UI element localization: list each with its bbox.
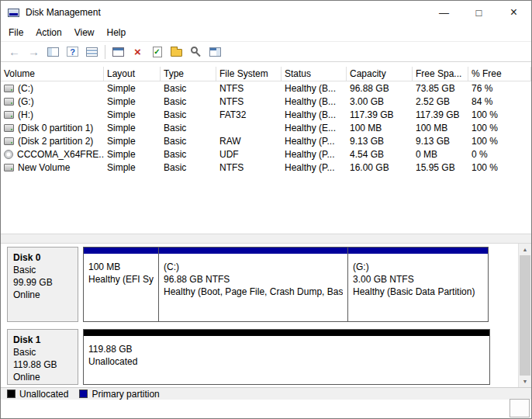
- cd-icon: [4, 150, 13, 159]
- cell-type: Basic: [161, 83, 216, 94]
- cell-layout: Simple: [104, 109, 161, 120]
- col-pctfree[interactable]: % Free: [468, 67, 531, 81]
- scroll-corner: [510, 399, 530, 417]
- menu-view[interactable]: View: [68, 25, 101, 41]
- cell-type: Basic: [161, 149, 216, 160]
- cell-capacity: 96.88 GB: [347, 83, 413, 94]
- col-status[interactable]: Status: [282, 67, 347, 81]
- partition-stripe: [348, 248, 488, 254]
- cell-layout: Simple: [104, 162, 161, 173]
- cell-capacity: 4.54 GB: [347, 149, 413, 160]
- menu-action[interactable]: Action: [29, 25, 67, 41]
- cell-status: Healthy (B...: [282, 96, 347, 107]
- volume-row[interactable]: (Disk 2 partition 2) Simple Basic RAW He…: [1, 134, 531, 147]
- volume-row[interactable]: (Disk 0 partition 1) Simple Basic Health…: [1, 121, 531, 134]
- col-filesystem[interactable]: File System: [216, 67, 282, 81]
- cell-free: 117.39 GB: [413, 109, 468, 120]
- partition-c[interactable]: (C:) 96.88 GB NTFS Healthy (Boot, Page F…: [158, 247, 348, 322]
- disk-status: Online: [13, 289, 72, 301]
- partition-size: 119.88 GB: [88, 343, 485, 355]
- find-icon[interactable]: [187, 43, 205, 61]
- scrollbar-thumb[interactable]: [520, 255, 530, 376]
- volume-row[interactable]: CCCOMA_X64FRE... Simple Basic UDF Health…: [1, 147, 531, 161]
- cell-free: 73.85 GB: [413, 83, 468, 94]
- disk1-label[interactable]: Disk 1 Basic 119.88 GB Online: [7, 329, 78, 385]
- partition-stripe: [159, 248, 347, 254]
- col-volume[interactable]: Volume: [1, 67, 104, 81]
- toolbar-separator: [105, 45, 105, 59]
- volume-row[interactable]: (H:) Simple Basic FAT32 Healthy (B... 11…: [1, 108, 531, 121]
- partition-unallocated[interactable]: 119.88 GB Unallocated: [83, 329, 490, 385]
- menu-file[interactable]: File: [2, 25, 29, 41]
- col-capacity[interactable]: Capacity: [347, 67, 413, 81]
- cell-layout: Simple: [104, 83, 161, 94]
- delete-volume-icon[interactable]: ×: [129, 43, 147, 61]
- drive-icon: [4, 124, 14, 132]
- scroll-up-icon[interactable]: ▲: [519, 244, 531, 255]
- disk0-label[interactable]: Disk 0 Basic 99.99 GB Online: [7, 247, 78, 322]
- cell-free: 2.52 GB: [413, 96, 468, 107]
- partition-status: Healthy (Basic Data Partition): [353, 286, 483, 298]
- legend-bar: Unallocated Primary partition: [1, 387, 531, 400]
- maximize-button[interactable]: □: [461, 1, 496, 24]
- disk0-partitions: 100 MB Healthy (EFI Sys (C:) 96.88 GB NT…: [83, 247, 489, 322]
- action-pane-glyph: [112, 47, 124, 57]
- cell-layout: Simple: [104, 136, 161, 147]
- col-layout[interactable]: Layout: [104, 67, 161, 81]
- volume-name: (Disk 0 partition 1): [18, 123, 93, 133]
- col-freespace[interactable]: Free Spa...: [413, 67, 468, 81]
- disk-status: Online: [13, 371, 72, 383]
- minimize-button[interactable]: —: [427, 1, 461, 24]
- disk-type: Basic: [13, 346, 72, 358]
- partition-text: 119.88 GB Unallocated: [84, 336, 489, 368]
- fields-icon[interactable]: [206, 43, 224, 61]
- partition-g[interactable]: (G:) 3.00 GB NTFS Healthy (Basic Data Pa…: [347, 247, 489, 322]
- drive-icon: [4, 98, 14, 106]
- help-icon[interactable]: ?: [64, 43, 81, 61]
- cell-free: 0 MB: [413, 149, 468, 160]
- disk1-partitions: 119.88 GB Unallocated: [83, 329, 490, 385]
- partition-size: 100 MB: [88, 261, 154, 273]
- disk-area: Disk 0 Basic 99.99 GB Online 100 MB Heal…: [1, 244, 518, 387]
- export-list-icon[interactable]: [83, 43, 101, 61]
- forward-icon[interactable]: →: [25, 43, 43, 61]
- scroll-down-icon[interactable]: ▼: [519, 376, 531, 387]
- pane-splitter[interactable]: [1, 234, 531, 244]
- cell-fs: NTFS: [216, 162, 282, 173]
- legend-label: Primary partition: [92, 389, 159, 400]
- disk-row-1: Disk 1 Basic 119.88 GB Online 119.88 GB …: [7, 329, 518, 385]
- cell-status: Healthy (P...: [282, 136, 347, 147]
- partition-status: Healthy (EFI Sys: [88, 273, 154, 286]
- cell-fs: UDF: [216, 149, 282, 160]
- close-button[interactable]: ×: [496, 1, 531, 24]
- fields-glyph: [209, 47, 221, 57]
- menu-bar: File Action View Help: [1, 24, 531, 41]
- partition-text: 100 MB Healthy (EFI Sys: [84, 254, 158, 286]
- disk-management-window: Disk Management — □ × File Action View H…: [0, 0, 532, 419]
- cell-fs: FAT32: [216, 109, 282, 120]
- console-tree-icon[interactable]: [44, 43, 62, 61]
- col-type[interactable]: Type: [161, 67, 216, 81]
- volume-row[interactable]: New Volume Simple Basic NTFS Healthy (P.…: [1, 161, 531, 174]
- action-pane-icon[interactable]: [109, 43, 127, 61]
- volume-name: (C:): [18, 83, 33, 94]
- cell-status: Healthy (P...: [282, 162, 347, 173]
- title-bar: Disk Management — □ ×: [1, 1, 531, 24]
- legend-unallocated: Unallocated: [7, 389, 68, 400]
- magnifier-glyph: [191, 47, 198, 54]
- bottom-strip: [1, 400, 531, 418]
- legend-label: Unallocated: [19, 389, 68, 400]
- cell-free: 100 MB: [413, 123, 468, 133]
- menu-help[interactable]: Help: [101, 25, 133, 41]
- volume-row[interactable]: (C:) Simple Basic NTFS Healthy (B... 96.…: [1, 81, 531, 95]
- open-icon[interactable]: [168, 43, 185, 61]
- partition-efi[interactable]: 100 MB Healthy (EFI Sys: [83, 247, 159, 322]
- vertical-scrollbar[interactable]: ▲ ▼: [518, 244, 531, 387]
- back-icon[interactable]: ←: [5, 43, 23, 61]
- volume-name: (Disk 2 partition 2): [18, 136, 93, 147]
- app-icon: [8, 9, 19, 17]
- cell-status: Healthy (B...: [282, 83, 347, 94]
- list-header: Volume Layout Type File System Status Ca…: [1, 67, 531, 81]
- properties-icon[interactable]: ✓: [148, 43, 166, 61]
- volume-row[interactable]: (G:) Simple Basic NTFS Healthy (B... 3.0…: [1, 95, 531, 108]
